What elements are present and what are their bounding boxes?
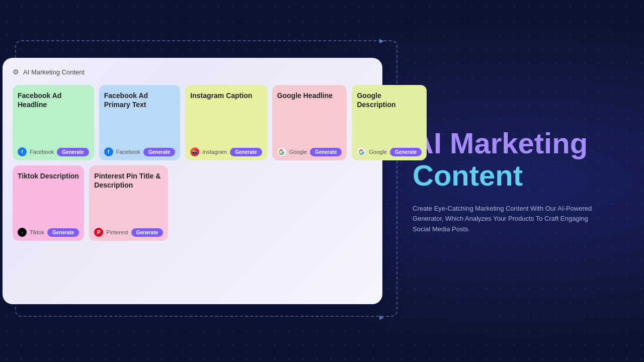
card-instagram-caption: Instagram Caption 📷 Instagram Generate [185, 85, 267, 160]
generate-btn-tiktok[interactable]: Generate [47, 228, 79, 237]
card-google-description: Google Description Google Generate [352, 85, 427, 160]
card-title-pinterest: Pinterest Pin Title & Description [94, 171, 163, 190]
instagram-icon: 📷 [190, 147, 199, 156]
card-title-instagram: Instagram Caption [190, 91, 262, 100]
cards-row-1: Facebook Ad Headline f Facebook Generate… [13, 85, 372, 160]
panel-header-title: AI Marketing Content [23, 68, 85, 76]
platform-label-google-2: Google [369, 149, 386, 155]
card-pinterest: Pinterest Pin Title & Description P Pint… [89, 165, 168, 241]
facebook-icon: f [18, 147, 27, 156]
google-icon-1 [277, 147, 286, 156]
card-google-headline: Google Headline Google Generate [272, 85, 347, 160]
card-footer-google-description: Google Generate [357, 147, 422, 156]
left-panel: ⚙ AI Marketing Content Facebook Ad Headl… [3, 58, 382, 304]
panel-header: ⚙ AI Marketing Content [13, 68, 372, 76]
card-footer-google-headline: Google Generate [277, 147, 342, 156]
generate-btn-google-headline[interactable]: Generate [310, 148, 342, 156]
card-footer-tiktok: ♪ Tiktok Generate [18, 228, 79, 237]
tiktok-icon: ♪ [18, 228, 27, 237]
platform-label-fb-1: Facebook [30, 149, 54, 155]
card-title-tiktok: Tiktok Description [18, 171, 79, 180]
right-title-line2: Content [413, 159, 619, 192]
right-title: AI Marketing Content [413, 127, 619, 192]
right-description: Create Eye-Catching Marketing Content Wi… [413, 204, 604, 235]
corner-arrow-bl: ▶ [379, 314, 386, 321]
cards-row-2: Tiktok Description ♪ Tiktok Generate Pin… [13, 165, 372, 241]
generate-btn-facebook-headline[interactable]: Generate [57, 148, 89, 156]
card-footer-pinterest: P Pinterest Generate [94, 228, 163, 237]
platform-label-google-1: Google [289, 149, 307, 155]
generate-btn-pinterest[interactable]: Generate [131, 228, 163, 237]
card-title-facebook-primary: Facebook Ad Primary Text [104, 91, 176, 109]
card-footer-facebook-primary: f Facebook Generate [104, 147, 176, 156]
card-facebook-headline: Facebook Ad Headline f Facebook Generate [13, 85, 94, 160]
pinterest-icon: P [94, 228, 103, 237]
platform-label-fb-2: Facebook [116, 149, 140, 155]
facebook-icon-2: f [104, 147, 113, 156]
platform-label-tiktok: Tiktok [30, 229, 44, 235]
platform-label-pinterest: Pinterest [106, 229, 128, 235]
card-title-google-description: Google Description [357, 91, 422, 109]
generate-btn-facebook-primary[interactable]: Generate [143, 148, 175, 156]
card-tiktok: Tiktok Description ♪ Tiktok Generate [13, 165, 84, 241]
corner-arrow-tr: ▶ [379, 37, 386, 44]
card-footer-facebook-headline: f Facebook Generate [18, 147, 89, 156]
generate-btn-google-description[interactable]: Generate [390, 148, 422, 156]
platform-label-ig: Instagram [202, 149, 227, 155]
google-icon-2 [357, 147, 366, 156]
card-title-google-headline: Google Headline [277, 91, 342, 100]
card-facebook-primary: Facebook Ad Primary Text f Facebook Gene… [99, 85, 181, 160]
generate-btn-instagram[interactable]: Generate [230, 148, 262, 156]
panel-header-icon: ⚙ [13, 68, 19, 76]
right-title-line1: AI Marketing [413, 127, 619, 159]
right-panel: AI Marketing Content Create Eye-Catching… [397, 0, 644, 362]
card-footer-instagram: 📷 Instagram Generate [190, 147, 262, 156]
card-title-facebook-headline: Facebook Ad Headline [18, 91, 89, 109]
